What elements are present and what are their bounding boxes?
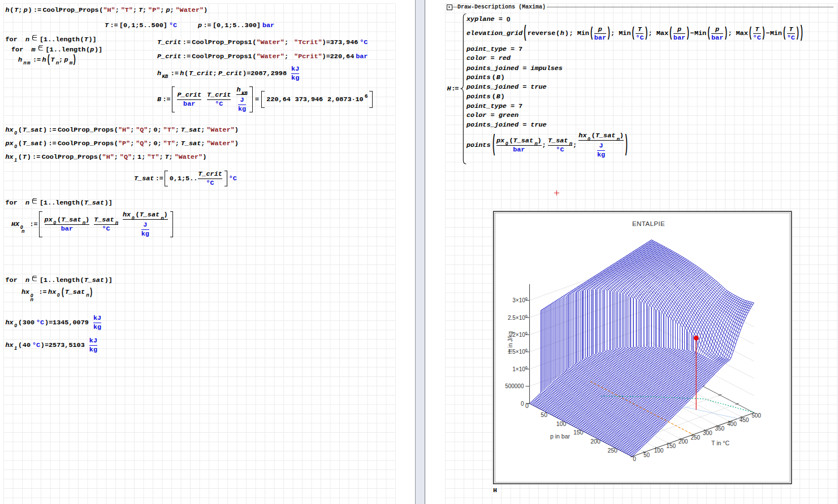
svg-text:100: 100 — [654, 447, 664, 454]
svg-text:250: 250 — [690, 435, 700, 441]
svg-text:T in °C: T in °C — [711, 440, 729, 446]
svg-text:2.5×106: 2.5×106 — [508, 314, 528, 321]
svg-text:450: 450 — [740, 417, 749, 423]
svg-text:50: 50 — [643, 452, 650, 458]
svg-text:ENTALPIE: ENTALPIE — [632, 220, 665, 227]
svg-text:200: 200 — [679, 438, 688, 445]
svg-text:0: 0 — [521, 401, 524, 407]
svg-text:h in J/kg: h in J/kg — [507, 331, 513, 352]
svg-text:500000: 500000 — [505, 383, 524, 389]
svg-text:0: 0 — [633, 456, 636, 462]
svg-text:300: 300 — [703, 430, 712, 436]
svg-text:p in bar: p in bar — [550, 433, 571, 440]
svg-text:150: 150 — [666, 443, 676, 449]
svg-text:400: 400 — [727, 421, 737, 427]
svg-text:0: 0 — [525, 402, 529, 409]
svg-text:500: 500 — [751, 412, 761, 419]
svg-text:350: 350 — [715, 425, 724, 432]
